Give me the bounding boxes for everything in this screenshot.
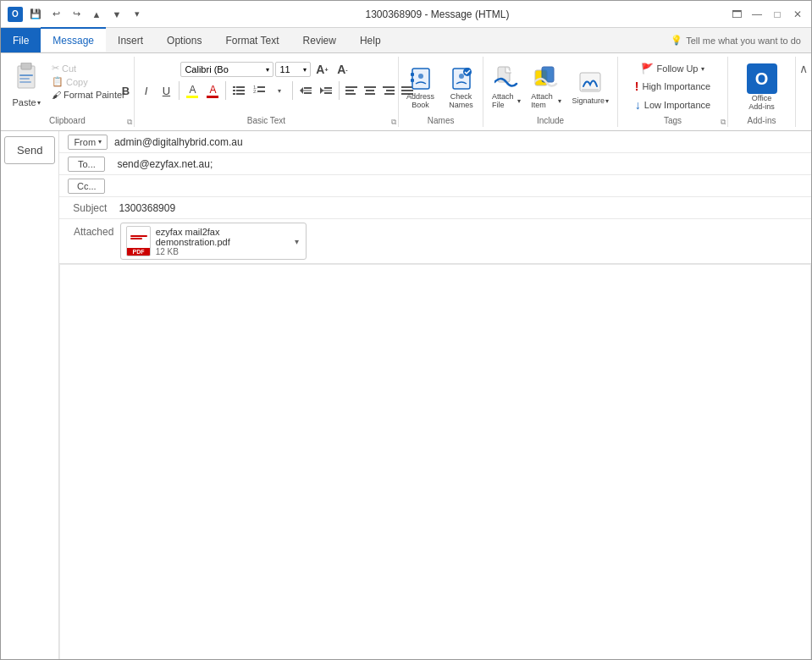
tab-help[interactable]: Help — [348, 28, 393, 52]
compose-body[interactable] — [59, 264, 811, 660]
underline-button[interactable]: U — [157, 81, 175, 100]
low-importance-button[interactable]: ↓ Low Importance — [632, 96, 714, 113]
basic-text-expand-icon[interactable]: ⧉ — [391, 118, 396, 127]
follow-up-button[interactable]: 🚩 Follow Up ▾ — [638, 61, 709, 76]
svg-rect-6 — [236, 86, 245, 88]
down-qat-button[interactable]: ▼ — [109, 7, 124, 22]
svg-rect-25 — [345, 93, 356, 95]
svg-rect-5 — [233, 86, 235, 88]
attach-item-button[interactable]: Attach Item ▾ — [528, 63, 565, 111]
from-button[interactable]: From ▾ — [68, 135, 108, 150]
address-book-button[interactable]: AddressBook — [402, 63, 439, 111]
svg-rect-21 — [321, 91, 332, 91]
decrease-font-button[interactable]: A- — [333, 60, 351, 79]
signature-label: Signature — [572, 96, 605, 105]
tab-file[interactable]: File — [1, 28, 41, 52]
attachment-badge[interactable]: PDF ezyfax mail2fax demonstration.pdf 12… — [120, 223, 307, 260]
increase-indent-button[interactable] — [317, 81, 335, 100]
undo-qat-button[interactable]: ↩ — [48, 7, 64, 22]
tell-me-input[interactable]: 💡 Tell me what you want to do — [660, 28, 811, 52]
cc-label: Cc... — [77, 181, 97, 191]
office-addins-label: OfficeAdd-ins — [748, 94, 775, 111]
svg-rect-30 — [386, 90, 395, 91]
svg-rect-29 — [383, 86, 395, 88]
bold-button[interactable]: B — [116, 81, 135, 100]
names-label: Names — [428, 116, 455, 125]
customize-qat-button[interactable]: ▾ — [130, 7, 145, 22]
pdf-line1 — [130, 235, 147, 237]
font-family-dropdown[interactable]: Calibri (Bo ▾ — [180, 62, 273, 77]
tell-me-text: Tell me what you want to do — [686, 36, 801, 46]
increase-font-button[interactable]: A+ — [312, 60, 331, 79]
copy-label: Copy — [66, 77, 88, 87]
tab-options[interactable]: Options — [155, 28, 213, 52]
addins-group: O OfficeAdd-ins Add-ins — [728, 57, 796, 127]
paste-button[interactable]: Paste ▾ — [6, 60, 47, 114]
numbered-list-button[interactable]: 1.2. — [250, 81, 268, 100]
subject-input[interactable] — [113, 200, 811, 217]
pdf-label: PDF — [127, 248, 149, 256]
save-qat-button[interactable]: 💾 — [28, 7, 43, 22]
tab-insert[interactable]: Insert — [106, 28, 155, 52]
svg-rect-17 — [301, 91, 312, 91]
attachment-name: ezyfax mail2fax demonstration.pdf — [156, 227, 289, 247]
check-names-button[interactable]: CheckNames — [443, 63, 480, 111]
clipboard-expand-icon[interactable]: ⧉ — [127, 118, 132, 127]
highlight-button[interactable]: A — [183, 81, 202, 100]
signature-button[interactable]: Signature ▾ — [568, 68, 612, 107]
cc-input[interactable] — [112, 178, 811, 195]
addins-group-inner: O OfficeAdd-ins — [728, 57, 795, 116]
cut-button[interactable]: ✂ Cut — [48, 62, 129, 74]
bullet-list-button[interactable] — [229, 81, 248, 100]
ribbon-content: Paste ▾ ✂ Cut 📋 Copy 🖌 Format — [1, 53, 811, 130]
minimize-button[interactable]: — — [750, 8, 764, 21]
italic-button[interactable]: I — [136, 81, 155, 100]
list-arrow-button[interactable]: ▾ — [270, 81, 289, 100]
high-importance-icon: ! — [635, 80, 639, 93]
attach-file-icon — [493, 65, 520, 92]
align-right-button[interactable] — [380, 82, 397, 99]
decrease-indent-button[interactable] — [296, 81, 315, 100]
close-button[interactable]: ✕ — [791, 8, 804, 21]
align-center-button[interactable] — [362, 82, 378, 99]
office-addins-button[interactable]: O OfficeAdd-ins — [743, 60, 781, 114]
attachment-info: ezyfax mail2fax demonstration.pdf 12 KB — [156, 227, 289, 256]
separator3 — [292, 81, 293, 100]
tags-label: Tags — [664, 116, 682, 125]
lightbulb-icon: 💡 — [671, 35, 682, 46]
attachment-dropdown-button[interactable]: ▾ — [293, 235, 301, 248]
tab-review[interactable]: Review — [291, 28, 348, 52]
copy-icon: 📋 — [52, 76, 64, 87]
ribbon-collapse-button[interactable]: ∧ — [796, 57, 811, 127]
follow-up-arrow: ▾ — [701, 65, 704, 73]
paste-label: Paste — [12, 97, 36, 107]
tags-group: 🚩 Follow Up ▾ ! High Importance ↓ Low Im… — [618, 57, 728, 127]
tab-message[interactable]: Message — [41, 27, 106, 52]
ribbon: File Message Insert Options Format Text … — [1, 28, 811, 131]
size-dropdown-arrow: ▾ — [303, 66, 307, 74]
title-bar-controls: 🗖 — □ ✕ — [730, 8, 804, 21]
up-qat-button[interactable]: ▲ — [89, 7, 104, 22]
send-button[interactable]: Send — [4, 136, 55, 164]
low-importance-icon: ↓ — [635, 98, 641, 112]
to-btn-area: To... — [59, 154, 112, 174]
outlook-icon: O — [8, 7, 23, 22]
maximize-button[interactable]: □ — [771, 8, 784, 21]
subject-row: Subject — [59, 197, 811, 219]
attach-file-button[interactable]: Attach File ▾ — [489, 63, 524, 111]
high-importance-button[interactable]: ! High Importance — [632, 78, 714, 95]
include-footer: Include — [483, 116, 617, 127]
to-button[interactable]: To... — [68, 157, 105, 172]
attach-file-arrow: ▾ — [517, 97, 521, 105]
font-color-button[interactable]: A — [203, 81, 222, 100]
restore-button[interactable]: 🗖 — [730, 8, 743, 21]
tab-format-text[interactable]: Format Text — [213, 28, 290, 52]
svg-rect-20 — [324, 87, 332, 89]
align-left-button[interactable] — [343, 82, 360, 99]
font-size-dropdown[interactable]: 11 ▾ — [275, 62, 311, 77]
pdf-lines — [129, 233, 149, 250]
redo-qat-button[interactable]: ↪ — [69, 7, 84, 22]
tags-expand-icon[interactable]: ⧉ — [721, 118, 726, 127]
cc-button[interactable]: Cc... — [68, 179, 105, 194]
to-input[interactable] — [112, 156, 811, 173]
